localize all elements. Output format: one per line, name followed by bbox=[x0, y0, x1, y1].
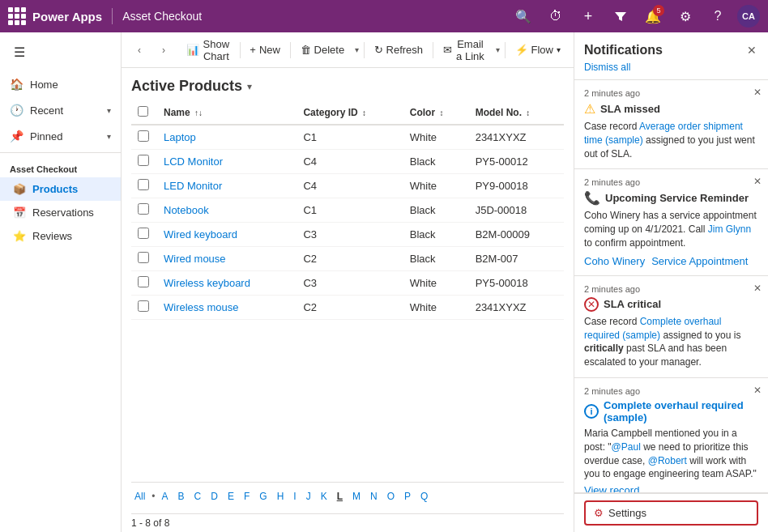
notif-item-header-1: 📞 Upcoming Service Reminder bbox=[584, 190, 758, 206]
sidebar-item-products[interactable]: 📦 Products bbox=[0, 177, 121, 201]
notif-link-coho-winery[interactable]: Coho Winery bbox=[584, 255, 645, 267]
page-letter-G[interactable]: G bbox=[256, 489, 270, 504]
header-category[interactable]: Category ID ↕ bbox=[297, 101, 403, 125]
hamburger-menu[interactable]: ☰ bbox=[6, 39, 32, 65]
flow-button[interactable]: ⚡ Flow ▾ bbox=[509, 40, 567, 59]
sidebar-home-label: Home bbox=[30, 79, 58, 91]
page-letter-F[interactable]: F bbox=[241, 489, 253, 504]
product-link-4[interactable]: Wired keyboard bbox=[164, 228, 237, 240]
delete-dropdown[interactable]: ▾ bbox=[352, 40, 361, 60]
settings-gear-icon: ⚙ bbox=[594, 507, 604, 519]
nav-forward-button[interactable]: › bbox=[152, 39, 175, 62]
page-letter-O[interactable]: O bbox=[384, 489, 398, 504]
search-icon[interactable]: 🔍 bbox=[510, 3, 536, 29]
nav-back-button[interactable]: ‹ bbox=[128, 39, 151, 62]
page-letter-E[interactable]: E bbox=[224, 489, 237, 504]
notifications-icon[interactable]: 🔔 5 bbox=[640, 3, 666, 29]
notif-body-link[interactable]: Jim Glynn bbox=[708, 223, 751, 235]
view-record-link[interactable]: View record bbox=[584, 484, 639, 492]
row-checkbox-7[interactable] bbox=[138, 300, 149, 312]
notif-item-close-1[interactable]: ✕ bbox=[753, 176, 762, 187]
product-link-1[interactable]: LCD Monitor bbox=[164, 155, 223, 168]
header-color[interactable]: Color ↕ bbox=[403, 101, 469, 125]
notif-item-close-0[interactable]: ✕ bbox=[753, 87, 762, 98]
page-letter-B[interactable]: B bbox=[175, 489, 188, 504]
row-category-6: C3 bbox=[297, 271, 403, 296]
notif-item-header-2: ✕ SLA critical bbox=[584, 297, 758, 312]
main-content: ‹ › 📊 Show Chart + New 🗑 Delete ▾ ↻ Refr… bbox=[122, 32, 574, 532]
page-letter-H[interactable]: H bbox=[274, 489, 288, 504]
page-letter-N[interactable]: N bbox=[367, 489, 381, 504]
page-letter-P[interactable]: P bbox=[401, 489, 414, 504]
timer-icon[interactable]: ⏱ bbox=[543, 3, 569, 29]
settings-icon[interactable]: ⚙ bbox=[672, 3, 698, 29]
table-row: Wired keyboard C3 Black B2M-00009 bbox=[131, 223, 564, 247]
settings-button[interactable]: ⚙ Settings bbox=[584, 500, 758, 526]
row-checkbox-3[interactable] bbox=[138, 203, 149, 215]
page-letter-Q[interactable]: Q bbox=[417, 489, 431, 504]
notif-title-link-3[interactable]: Complete overhaul required (sample) bbox=[604, 399, 758, 423]
home-icon: 🏠 bbox=[10, 78, 23, 91]
notif-mention[interactable]: @Paul bbox=[612, 441, 641, 453]
row-checkbox-5[interactable] bbox=[138, 252, 149, 263]
product-link-0[interactable]: Laptop bbox=[164, 131, 196, 143]
new-button[interactable]: + New bbox=[243, 40, 287, 59]
table-row: Notebook C1 Black J5D-00018 bbox=[131, 198, 564, 223]
product-link-2[interactable]: LED Monitor bbox=[164, 180, 222, 192]
page-letter-A[interactable]: A bbox=[159, 489, 172, 504]
page-letter-I[interactable]: I bbox=[290, 489, 299, 504]
row-checkbox-2[interactable] bbox=[138, 179, 149, 190]
notif-time-1: 2 minutes ago bbox=[584, 177, 758, 187]
app-name: Power Apps bbox=[32, 10, 102, 23]
email-dropdown[interactable]: ▾ bbox=[493, 40, 501, 60]
avatar[interactable]: CA bbox=[737, 5, 760, 28]
product-link-6[interactable]: Wireless keyboard bbox=[164, 277, 250, 289]
notif-item-close-3[interactable]: ✕ bbox=[753, 385, 762, 396]
dismiss-all-button[interactable]: Dismiss all bbox=[574, 62, 768, 79]
help-icon[interactable]: ? bbox=[705, 3, 731, 29]
select-all-checkbox[interactable] bbox=[138, 106, 148, 117]
row-checkbox-0[interactable] bbox=[138, 130, 149, 142]
sidebar-item-recent[interactable]: 🕐 Recent ▾ bbox=[0, 97, 121, 123]
sidebar-item-pinned[interactable]: 📌 Pinned ▾ bbox=[0, 123, 121, 149]
row-checkbox-6[interactable] bbox=[138, 276, 149, 287]
sidebar-item-reviews[interactable]: ⭐ Reviews bbox=[0, 224, 121, 248]
page-letter-L[interactable]: L bbox=[334, 489, 346, 504]
notif-item-header-0: ⚠ SLA missed bbox=[584, 101, 758, 117]
notif-close-button[interactable]: ✕ bbox=[745, 42, 758, 58]
page-all[interactable]: All bbox=[131, 489, 148, 504]
table-header-row: Name ↑↓ Category ID ↕ Color ↕ bbox=[131, 101, 564, 125]
row-color-6: White bbox=[403, 271, 469, 296]
show-chart-button[interactable]: 📊 Show Chart bbox=[180, 35, 237, 66]
product-link-3[interactable]: Notebook bbox=[164, 204, 209, 216]
page-letter-M[interactable]: M bbox=[349, 489, 364, 504]
row-category-3: C1 bbox=[297, 198, 403, 223]
notif-mention[interactable]: @Robert bbox=[648, 455, 687, 466]
email-icon: ✉ bbox=[443, 44, 452, 56]
product-link-5[interactable]: Wired mouse bbox=[164, 253, 226, 265]
page-letter-K[interactable]: K bbox=[318, 489, 331, 504]
add-icon[interactable]: + bbox=[575, 3, 601, 29]
filter-icon[interactable] bbox=[608, 3, 634, 29]
page-letter-C[interactable]: C bbox=[191, 489, 205, 504]
email-link-button[interactable]: ✉ Email a Link bbox=[437, 35, 492, 66]
app-grid-icon[interactable] bbox=[8, 7, 26, 25]
page-letter-J[interactable]: J bbox=[303, 489, 314, 504]
row-checkbox-1[interactable] bbox=[138, 155, 149, 166]
delete-button[interactable]: 🗑 Delete bbox=[294, 40, 352, 59]
topbar-divider bbox=[112, 8, 113, 24]
sidebar-item-home[interactable]: 🏠 Home bbox=[0, 71, 121, 97]
color-sort-icon: ↕ bbox=[439, 109, 443, 117]
row-checkbox-4[interactable] bbox=[138, 228, 149, 239]
notif-item-close-2[interactable]: ✕ bbox=[753, 283, 762, 294]
row-category-7: C2 bbox=[297, 296, 403, 320]
reviews-icon: ⭐ bbox=[13, 230, 26, 242]
page-letter-D[interactable]: D bbox=[207, 489, 221, 504]
product-link-7[interactable]: Wireless mouse bbox=[164, 301, 238, 313]
header-name[interactable]: Name ↑↓ bbox=[157, 101, 297, 125]
notif-link-service-appointment[interactable]: Service Appointment bbox=[651, 255, 748, 267]
header-model[interactable]: Model No. ↕ bbox=[469, 101, 564, 125]
active-products-chevron[interactable]: ▾ bbox=[247, 81, 252, 92]
sidebar-item-reservations[interactable]: 📅 Reservations bbox=[0, 201, 121, 224]
refresh-button[interactable]: ↻ Refresh bbox=[368, 40, 430, 59]
